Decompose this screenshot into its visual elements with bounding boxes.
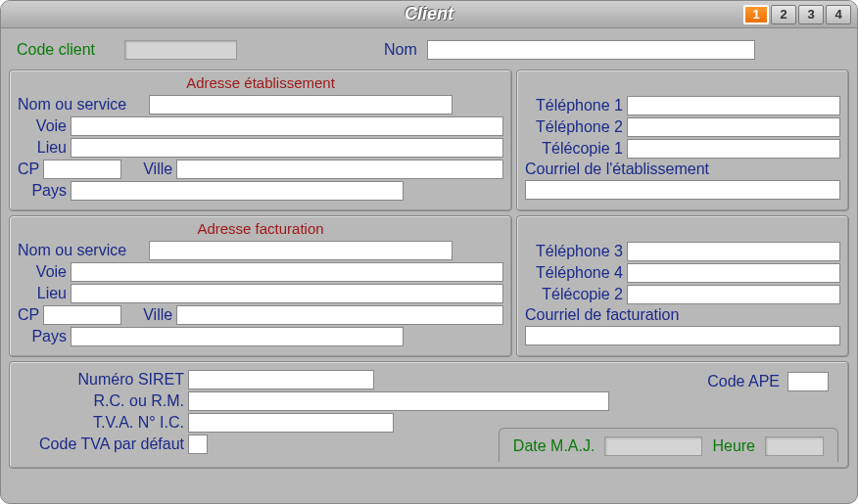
siret-label: Numéro SIRET <box>20 371 184 389</box>
etab-fax1-label: Télécopie 1 <box>525 140 623 158</box>
tab-1[interactable]: 1 <box>743 5 769 24</box>
fact-tel4-label: Téléphone 4 <box>525 264 623 282</box>
etab-cp-label: CP <box>18 160 39 178</box>
code-client-label: Code client <box>17 41 95 59</box>
etab-pays-input[interactable] <box>71 181 404 201</box>
fact-voie-label: Voie <box>18 263 67 281</box>
fact-nom-service-label: Nom ou service <box>18 242 145 259</box>
etab-ville-label: Ville <box>143 160 172 178</box>
etab-tel2-label: Téléphone 2 <box>525 118 623 136</box>
date-maj-label: Date M.A.J. <box>513 437 596 455</box>
etab-contact-panel: Téléphone 1 Téléphone 2 Télécopie 1 Cour… <box>516 69 849 211</box>
etab-address-panel: Adresse établissement Nom ou service Voi… <box>9 69 512 211</box>
fact-fax2-input[interactable] <box>627 285 840 304</box>
etab-lieu-label: Lieu <box>18 139 67 157</box>
tva-ic-input[interactable] <box>188 413 394 433</box>
code-tva-label: Code TVA par défaut <box>20 435 184 453</box>
client-window: Client 1 2 3 4 Code client Nom Adresse é… <box>0 0 858 504</box>
fact-address-panel: Adresse facturation Nom ou service Voie … <box>9 215 512 357</box>
heure-input[interactable] <box>765 436 824 456</box>
fact-ville-label: Ville <box>143 306 172 324</box>
etab-fax1-input[interactable] <box>627 139 840 159</box>
etab-cp-input[interactable] <box>43 160 121 179</box>
top-row: Code client Nom <box>9 34 849 69</box>
fact-email-label: Courriel de facturation <box>525 306 679 324</box>
tab-2[interactable]: 2 <box>771 5 796 24</box>
fact-voie-input[interactable] <box>71 262 503 282</box>
fact-lieu-label: Lieu <box>18 285 67 302</box>
fact-tel3-input[interactable] <box>627 242 840 261</box>
fact-tel4-input[interactable] <box>627 263 840 283</box>
etab-email-label: Courriel de l'établissement <box>525 160 709 178</box>
etab-email-input[interactable] <box>525 180 840 200</box>
bottom-panel: Numéro SIRET R.C. ou R.M. T.V.A. N° I.C.… <box>9 361 849 469</box>
etab-tel1-label: Téléphone 1 <box>525 97 623 115</box>
nom-input[interactable] <box>427 40 755 60</box>
fact-nom-service-input[interactable] <box>149 241 453 260</box>
etab-pays-label: Pays <box>18 182 67 200</box>
code-ape-label: Code APE <box>707 373 780 390</box>
etab-tel2-input[interactable] <box>627 117 840 137</box>
fact-cp-label: CP <box>18 306 39 324</box>
etab-voie-label: Voie <box>18 117 67 135</box>
tab-3[interactable]: 3 <box>798 5 824 24</box>
rc-label: R.C. ou R.M. <box>20 392 184 410</box>
etab-ville-input[interactable] <box>176 160 503 179</box>
fact-lieu-input[interactable] <box>71 284 503 303</box>
code-tva-input[interactable] <box>188 435 208 454</box>
etab-header: Adresse établissement <box>18 74 503 91</box>
fact-cp-input[interactable] <box>43 305 121 325</box>
window-title: Client <box>1 4 857 24</box>
fact-contact-panel: Téléphone 3 Téléphone 4 Télécopie 2 Cour… <box>516 215 849 357</box>
maj-box: Date M.A.J. Heure <box>499 428 838 462</box>
siret-input[interactable] <box>188 370 374 389</box>
fact-ville-input[interactable] <box>176 305 503 325</box>
content-area: Code client Nom Adresse établissement No… <box>1 28 857 503</box>
nom-label: Nom <box>384 41 417 59</box>
view-tabs: 1 2 3 4 <box>743 5 851 24</box>
tab-4[interactable]: 4 <box>826 5 851 24</box>
date-maj-input[interactable] <box>604 436 702 456</box>
etab-tel1-input[interactable] <box>627 96 840 115</box>
code-client-input[interactable] <box>124 40 237 60</box>
titlebar: Client 1 2 3 4 <box>1 1 857 28</box>
code-ape-input[interactable] <box>787 372 829 391</box>
etab-lieu-input[interactable] <box>71 138 503 158</box>
fact-header: Adresse facturation <box>18 220 503 237</box>
fact-pays-label: Pays <box>18 328 67 345</box>
fact-fax2-label: Télécopie 2 <box>525 286 623 303</box>
tva-ic-label: T.V.A. N° I.C. <box>20 414 184 432</box>
heure-label: Heure <box>712 437 755 455</box>
etab-nom-service-label: Nom ou service <box>18 96 145 114</box>
fact-pays-input[interactable] <box>71 327 404 346</box>
etab-voie-input[interactable] <box>71 116 503 136</box>
fact-tel3-label: Téléphone 3 <box>525 243 623 260</box>
fact-email-input[interactable] <box>525 326 840 345</box>
rc-input[interactable] <box>188 391 609 411</box>
etab-nom-service-input[interactable] <box>149 95 453 115</box>
